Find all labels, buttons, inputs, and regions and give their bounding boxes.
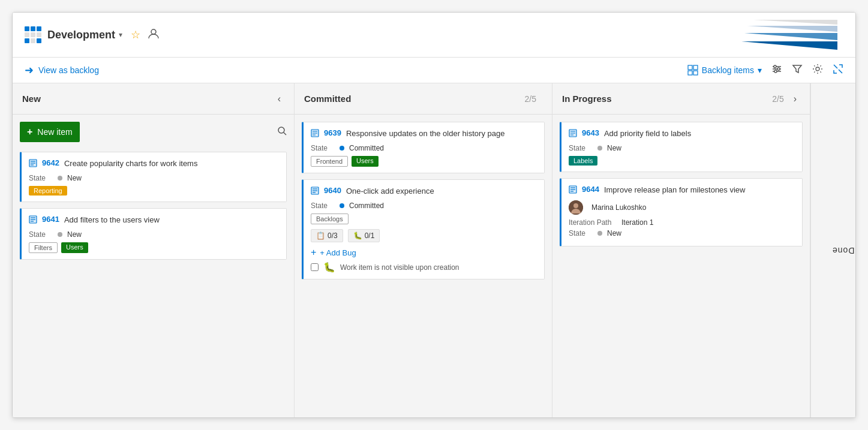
state-dot-committed — [340, 146, 344, 151]
gear-icon[interactable] — [812, 64, 823, 77]
card-9644-state-field: State New — [569, 229, 795, 237]
card-9643-header: 9643 Add priority field to labels — [569, 128, 795, 139]
card-9642-title: Create popularity charts for work items — [64, 158, 198, 169]
card-9643-tags: Labels — [569, 156, 795, 166]
state-dot — [58, 176, 62, 181]
svg-point-0 — [151, 29, 156, 34]
svg-rect-8 — [693, 71, 698, 75]
column-inprogress-title: In Progress — [562, 94, 772, 104]
add-bug-label: + Add Bug — [320, 248, 356, 257]
sub-bar-right: Backlog items ▾ — [687, 64, 843, 77]
bug-icon: 🐛 — [353, 231, 362, 240]
svg-rect-7 — [688, 71, 692, 75]
svg-point-43 — [573, 203, 578, 208]
card-9641-title: Add filters to the users view — [64, 215, 160, 225]
card-9641-state-field: State New — [29, 230, 279, 239]
card-9639-header: 9639 Responsive updates on the older his… — [311, 128, 537, 139]
expand-icon[interactable] — [833, 64, 843, 77]
work-item-icon — [29, 215, 37, 225]
tag-users[interactable]: Users — [352, 156, 379, 167]
settings-sliders-icon[interactable] — [771, 64, 782, 77]
card-9639-state-field: State Committed — [311, 144, 537, 152]
state-value: New — [67, 174, 82, 182]
card-9641-header: 9641 Add filters to the users view — [29, 215, 279, 225]
svg-point-13 — [777, 68, 780, 70]
card-9644-iteration-field: Iteration Path Iteration 1 — [569, 218, 795, 227]
card-9641[interactable]: 9641 Add filters to the users view State… — [20, 208, 287, 260]
backlog-items-label: Backlog items — [702, 65, 754, 75]
column-new-nav-left[interactable]: ‹ — [274, 92, 284, 106]
add-bug-button[interactable]: + + Add Bug — [311, 247, 356, 258]
new-item-label: New item — [37, 127, 72, 137]
column-inprogress: In Progress 2/5 › 9643 Add priority fiel… — [552, 83, 810, 417]
main-window: Development ▾ ☆ ➜ View as backlog — [12, 12, 856, 418]
card-9643[interactable]: 9643 Add priority field to labels State … — [560, 122, 803, 172]
column-new-body: + New item 9642 Create popularity char — [13, 115, 294, 417]
column-committed-count: 2/5 — [525, 94, 536, 104]
card-9642-id: 9642 — [42, 158, 59, 167]
person-icon[interactable] — [148, 28, 160, 43]
card-9644-header: 9644 Improve release plan for milestones… — [569, 185, 795, 196]
card-9639-title: Responsive updates on the older history … — [346, 128, 505, 139]
backlog-items-button[interactable]: Backlog items ▾ — [687, 65, 762, 76]
tag-reporting[interactable]: Reporting — [29, 186, 67, 196]
column-done[interactable]: Done — [825, 83, 855, 417]
state-dot — [58, 232, 62, 237]
card-9640-id: 9640 — [324, 186, 341, 195]
tag-filters[interactable]: Filters — [29, 242, 58, 253]
tag-backlogs[interactable]: Backlogs — [311, 214, 349, 224]
card-9642-header: 9642 Create popularity charts for work i… — [29, 158, 279, 169]
assignee-avatar — [569, 200, 583, 215]
card-9640[interactable]: 9640 One-click add experience State Comm… — [302, 179, 545, 279]
work-item-icon — [311, 187, 319, 197]
state-value: New — [67, 230, 82, 239]
top-bar: Development ▾ ☆ — [13, 13, 855, 58]
app-icon — [25, 26, 41, 43]
column-committed-title: Committed — [304, 94, 525, 104]
state-label: State — [29, 230, 53, 239]
tag-labels[interactable]: Labels — [569, 156, 597, 166]
title-dropdown[interactable]: ▾ — [119, 31, 122, 39]
child-items: 📋 0/3 🐛 0/1 — [311, 229, 537, 242]
tag-frontend[interactable]: Frontend — [311, 156, 348, 167]
column-committed-body: 9639 Responsive updates on the older his… — [295, 115, 552, 417]
column-done-title: Done — [832, 246, 854, 255]
svg-point-15 — [816, 67, 819, 71]
work-item-icon — [569, 129, 577, 139]
card-9642[interactable]: 9642 Create popularity charts for work i… — [20, 152, 287, 202]
plus-icon: + — [27, 127, 32, 137]
svg-marker-3 — [744, 33, 837, 40]
card-9644[interactable]: 9644 Improve release plan for milestones… — [560, 178, 803, 246]
filter-icon[interactable] — [792, 64, 803, 77]
work-item-icon — [311, 129, 319, 139]
column-inprogress-body: 9643 Add priority field to labels State … — [552, 115, 810, 417]
svg-line-17 — [284, 133, 286, 135]
card-9639-tags: Frontend Users — [311, 156, 537, 167]
card-9644-id: 9644 — [582, 185, 599, 194]
visibility-checkbox[interactable] — [311, 263, 319, 271]
favorite-icon[interactable]: ☆ — [131, 28, 140, 41]
backlog-dropdown-icon: ▾ — [758, 65, 762, 75]
svg-rect-6 — [693, 65, 698, 70]
card-9643-title: Add priority field to labels — [604, 128, 691, 139]
task-count-pill[interactable]: 📋 0/3 — [311, 229, 343, 242]
card-9640-state-field: State Committed — [311, 202, 537, 210]
state-dot-new — [597, 146, 602, 151]
view-as-backlog-button[interactable]: ➜ View as backlog — [25, 64, 99, 77]
checkbox-label: Work item is not visible upon creation — [340, 263, 459, 272]
card-9642-state-field: State New — [29, 174, 279, 182]
new-item-button[interactable]: + New item — [20, 122, 80, 142]
bug-count-pill[interactable]: 🐛 0/1 — [348, 229, 380, 242]
column-inprogress-nav-right[interactable]: › — [790, 92, 800, 106]
card-9642-tags: Reporting — [29, 186, 279, 196]
work-item-icon — [569, 185, 577, 196]
tag-users[interactable]: Users — [61, 242, 88, 253]
column-committed: Committed 2/5 9639 Responsive updates on… — [295, 83, 552, 417]
svg-point-16 — [278, 127, 284, 133]
card-9639[interactable]: 9639 Responsive updates on the older his… — [302, 122, 545, 173]
work-item-icon — [29, 159, 37, 169]
search-button[interactable] — [277, 126, 287, 138]
card-9641-id: 9641 — [42, 215, 59, 224]
card-9644-title: Improve release plan for milestones view — [604, 185, 746, 196]
iteration-path-label: Iteration Path — [569, 218, 617, 227]
